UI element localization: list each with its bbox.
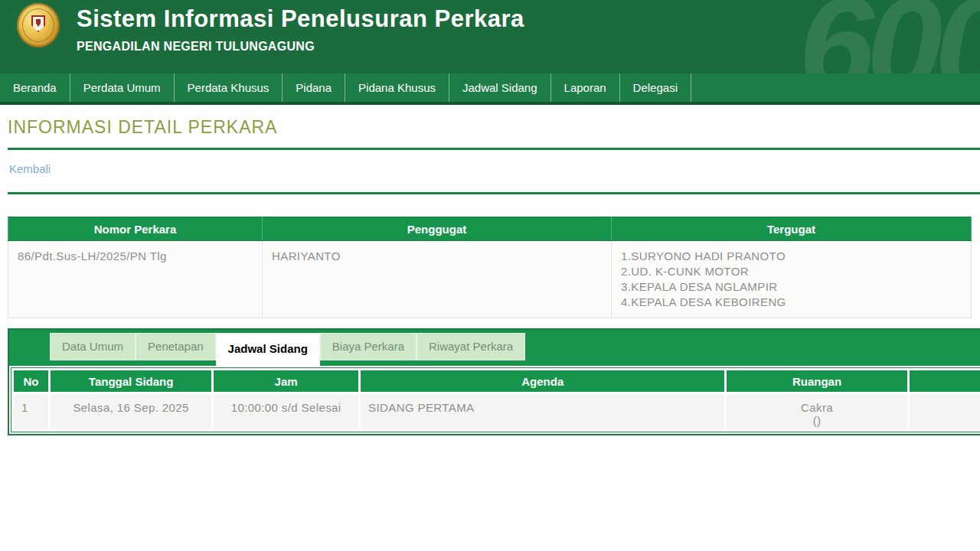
cell-tanggal-sidang: Selasa, 16 Sep. 2025: [51, 394, 211, 429]
col-header-jam: Jam: [214, 370, 358, 392]
main-content: INFORMASI DETAIL PERKARA Kembali Nomor P…: [0, 117, 980, 435]
app-header: 600 Sistem Informasi Penelusuran Perkara…: [0, 0, 980, 73]
col-header-nomor-perkara: Nomor Perkara: [8, 217, 263, 241]
case-summary-table: Nomor Perkara Penggugat Tergugat 86/Pdt.…: [8, 217, 972, 318]
nav-item-pidana-khusus[interactable]: Pidana Khusus: [345, 73, 449, 102]
tab-jadwal-sidang[interactable]: Jadwal Sidang: [216, 333, 320, 366]
nav-item-jadwal-sidang[interactable]: Jadwal Sidang: [449, 73, 551, 102]
tab-data-umum[interactable]: Data Umum: [50, 333, 136, 360]
back-link[interactable]: Kembali: [9, 162, 51, 175]
cell-empty: [910, 394, 980, 429]
page-title: INFORMASI DETAIL PERKARA: [8, 117, 980, 138]
col-header-empty: [910, 370, 980, 392]
col-header-agenda: Agenda: [361, 370, 724, 392]
tab-riwayat-perkara[interactable]: Riwayat Perkara: [416, 333, 525, 360]
col-header-tanggal-sidang: Tanggal Sidang: [51, 370, 211, 392]
nav-item-delegasi[interactable]: Delegasi: [620, 73, 691, 102]
cell-ruangan: Cakra (): [727, 394, 906, 429]
schedule-row: 1 Selasa, 16 Sep. 2025 10:00:00 s/d Sele…: [14, 394, 980, 429]
watermark-number: 600: [799, 0, 980, 73]
nav-item-beranda[interactable]: Beranda: [0, 73, 70, 102]
case-detail-panel: Data Umum Penetapan Jadwal Sidang Biaya …: [8, 328, 980, 435]
cell-agenda: SIDANG PERTAMA: [361, 394, 724, 429]
cell-penggugat: HARIYANTO: [263, 241, 612, 318]
cell-jam: 10:00:00 s/d Selesai: [214, 394, 358, 429]
schedule-table-wrap: No Tanggal Sidang Jam Agenda Ruangan 1 S…: [9, 366, 980, 434]
schedule-header-row: No Tanggal Sidang Jam Agenda Ruangan: [14, 370, 980, 392]
col-header-penggugat: Penggugat: [263, 217, 612, 241]
court-name: PENGADILAN NEGERI TULUNGAGUNG: [77, 40, 524, 54]
nav-item-perdata-khusus[interactable]: Perdata Khusus: [175, 73, 283, 102]
col-header-tergugat: Tergugat: [612, 217, 972, 241]
tab-penetapan[interactable]: Penetapan: [136, 333, 216, 360]
nav-item-pidana[interactable]: Pidana: [283, 73, 345, 102]
tab-biaya-perkara[interactable]: Biaya Perkara: [320, 333, 416, 360]
cell-no: 1: [14, 394, 48, 429]
detail-tabstrip: Data Umum Penetapan Jadwal Sidang Biaya …: [9, 330, 980, 366]
header-text-block: Sistem Informasi Penelusuran Perkara PEN…: [77, 5, 524, 54]
col-header-ruangan: Ruangan: [727, 370, 906, 392]
case-table-header-row: Nomor Perkara Penggugat Tergugat: [8, 217, 972, 241]
cell-nomor-perkara: 86/Pdt.Sus-LH/2025/PN Tlg: [8, 241, 263, 318]
divider: [8, 192, 980, 194]
court-seal-icon: [17, 3, 60, 47]
divider: [8, 148, 980, 150]
nav-item-laporan[interactable]: Laporan: [551, 73, 620, 102]
cell-tergugat: 1.SURYONO HADI PRANOTO 2.UD. K-CUNK MOTO…: [612, 241, 972, 318]
col-header-no: No: [14, 370, 48, 392]
nav-item-perdata-umum[interactable]: Perdata Umum: [70, 73, 175, 102]
app-title: Sistem Informasi Penelusuran Perkara: [77, 5, 524, 33]
main-nav: Beranda Perdata Umum Perdata Khusus Pida…: [0, 73, 980, 105]
schedule-table: No Tanggal Sidang Jam Agenda Ruangan 1 S…: [11, 367, 980, 432]
case-table-row: 86/Pdt.Sus-LH/2025/PN Tlg HARIYANTO 1.SU…: [8, 241, 972, 318]
